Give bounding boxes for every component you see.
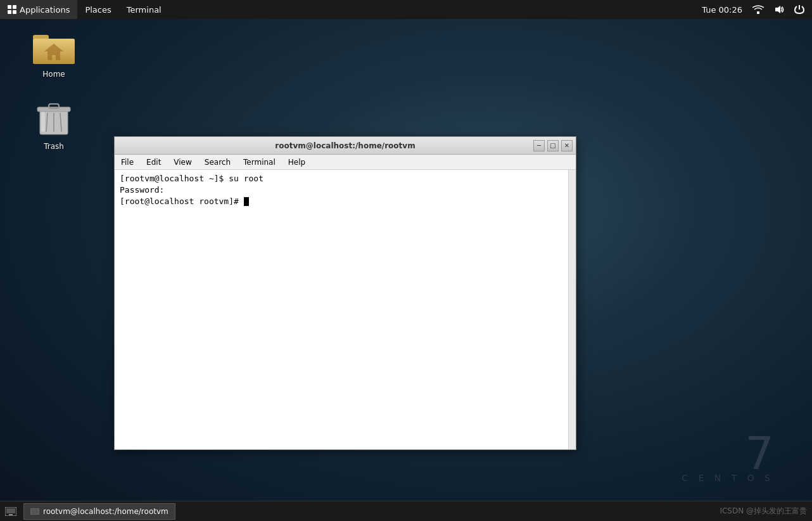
close-icon: ✕ <box>564 142 569 149</box>
clock: Tue 00:26 <box>699 5 745 15</box>
terminal-window: rootvm@localhost:/home/rootvm ─ □ ✕ File… <box>114 136 576 450</box>
taskbar-left: Applications Places Terminal <box>0 0 169 19</box>
taskbar-right: Tue 00:26 <box>699 4 812 15</box>
bottom-taskbar: rootvm@localhost:/home/rootvm ICSDN @掉头发… <box>0 501 812 521</box>
minimize-icon: ─ <box>537 142 541 149</box>
bottom-right: ICSDN @掉头发的王富贵 <box>720 506 812 517</box>
show-desktop-icon <box>5 507 16 516</box>
terminal-menu-terminal[interactable]: Terminal <box>237 155 282 170</box>
terminal-window-controls: ─ □ ✕ <box>533 140 573 151</box>
terminal-content[interactable]: [rootvm@localhost ~]$ su root Password: … <box>115 170 576 211</box>
network-icon-btn[interactable] <box>750 5 766 14</box>
terminal-menu-view[interactable]: View <box>167 155 198 170</box>
maximize-icon: □ <box>550 142 555 149</box>
centos-watermark: 7 C E N T O S <box>682 430 774 483</box>
svg-rect-15 <box>41 112 45 132</box>
svg-rect-18 <box>9 514 13 515</box>
desktop-icons-area: Home Trash <box>25 29 82 151</box>
terminal-line-2: Password: <box>120 184 563 196</box>
terminal-scrollbar[interactable] <box>568 170 576 449</box>
applications-menu[interactable]: Applications <box>0 0 77 19</box>
bottom-watermark: ICSDN @掉头发的王富贵 <box>720 506 807 517</box>
svg-rect-1 <box>13 5 16 9</box>
terminal-menu-help[interactable]: Help <box>282 155 312 170</box>
terminal-menubar: File Edit View Search Terminal Help <box>115 155 576 170</box>
terminal-minimize-btn[interactable]: ─ <box>533 140 545 151</box>
terminal-line-1: [rootvm@localhost ~]$ su root <box>120 173 563 184</box>
taskbar-window-btn[interactable]: rootvm@localhost:/home/rootvm <box>23 503 175 520</box>
show-desktop-btn[interactable] <box>1 502 20 521</box>
terminal-label: Terminal <box>127 5 162 15</box>
svg-marker-5 <box>775 6 780 13</box>
terminal-menu-file[interactable]: File <box>115 155 140 170</box>
terminal-menu[interactable]: Terminal <box>119 0 169 19</box>
terminal-cursor <box>244 197 249 206</box>
trash-icon-btn[interactable]: Trash <box>25 98 82 151</box>
terminal-menu-search[interactable]: Search <box>198 155 237 170</box>
terminal-titlebar: rootvm@localhost:/home/rootvm ─ □ ✕ <box>115 137 576 155</box>
home-label: Home <box>42 70 65 79</box>
svg-rect-2 <box>8 10 11 14</box>
applications-icon <box>8 5 16 14</box>
volume-icon <box>774 5 784 14</box>
svg-rect-4 <box>757 11 759 14</box>
power-icon <box>794 4 804 15</box>
terminal-maximize-btn[interactable]: □ <box>547 140 559 151</box>
volume-btn[interactable] <box>771 5 787 14</box>
applications-label: Applications <box>20 5 70 15</box>
svg-rect-17 <box>6 508 15 513</box>
network-icon <box>752 5 764 14</box>
power-btn[interactable] <box>792 4 807 15</box>
home-icon[interactable]: Home <box>25 29 82 79</box>
terminal-line-3: [root@localhost rootvm]# <box>120 196 563 207</box>
places-label: Places <box>85 5 111 15</box>
time-display: Tue 00:26 <box>702 5 742 15</box>
taskbar-window-label: rootvm@localhost:/home/rootvm <box>43 507 168 516</box>
trash-folder-icon <box>35 98 73 139</box>
svg-rect-3 <box>13 10 16 14</box>
centos-label: C E N T O S <box>682 473 774 483</box>
top-taskbar: Applications Places Terminal Tue 00:26 <box>0 0 812 19</box>
terminal-menu-edit[interactable]: Edit <box>140 155 167 170</box>
svg-rect-0 <box>8 5 11 9</box>
terminal-close-btn[interactable]: ✕ <box>561 140 573 151</box>
terminal-title: rootvm@localhost:/home/rootvm <box>275 141 415 150</box>
trash-label: Trash <box>44 142 64 151</box>
taskbar-window-icon <box>30 508 39 515</box>
centos-version: 7 <box>682 430 774 476</box>
home-folder-icon <box>32 29 76 67</box>
places-menu[interactable]: Places <box>77 0 118 19</box>
